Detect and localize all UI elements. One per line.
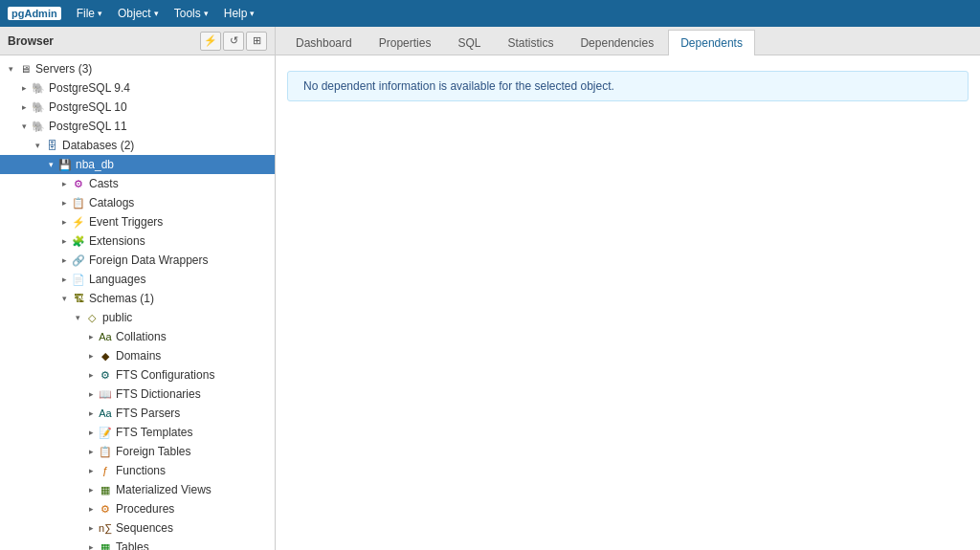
expand-arrow-event-triggers[interactable] [57, 215, 71, 229]
tree-node-pg11[interactable]: 🐘PostgreSQL 11 [0, 117, 275, 136]
node-label-fts-parsers: FTS Parsers [116, 407, 180, 420]
content-area: No dependent information is available fo… [276, 55, 980, 550]
file-menu-caret: ▾ [98, 9, 102, 18]
expand-arrow-domains[interactable] [84, 349, 98, 363]
expand-arrow-functions[interactable] [84, 464, 98, 477]
tree-node-public[interactable]: ◇public [0, 308, 275, 327]
tree-node-procedures[interactable]: ⚙Procedures [0, 499, 275, 518]
tree-node-catalogs[interactable]: 📋Catalogs [0, 193, 275, 212]
expand-arrow-schemas[interactable] [57, 292, 71, 305]
tree-node-fts-parsers[interactable]: AaFTS Parsers [0, 404, 275, 423]
expand-arrow-fts-parsers[interactable] [84, 407, 98, 420]
tree-node-fts-configs[interactable]: ⚙FTS Configurations [0, 365, 275, 385]
tree-node-nba_db[interactable]: 💾nba_db [0, 155, 275, 174]
tree-node-servers[interactable]: 🖥Servers (3) [0, 59, 275, 78]
tree-node-mat-views[interactable]: ▦Materialized Views [0, 480, 275, 499]
expand-arrow-nba_db[interactable] [44, 158, 57, 171]
tree-node-languages[interactable]: 📄Languages [0, 270, 275, 289]
expand-arrow-pg94[interactable] [17, 81, 31, 95]
object-menu-caret: ▾ [154, 9, 159, 18]
refresh-button[interactable]: ⚡ [200, 32, 221, 51]
node-icon-domains: ◆ [98, 348, 113, 363]
expand-arrow-extensions[interactable] [57, 234, 71, 248]
node-label-catalogs: Catalogs [89, 196, 134, 209]
tree-node-functions[interactable]: ƒFunctions [0, 461, 275, 480]
tab-properties[interactable]: Properties [367, 30, 444, 55]
pgadmin-logo: pgAdmin [8, 7, 61, 20]
tree-node-sequences[interactable]: n∑Sequences [0, 518, 275, 538]
expand-arrow-fts-templates[interactable] [84, 426, 98, 439]
expand-arrow-foreign-data-wrappers[interactable] [57, 253, 71, 267]
node-label-extensions: Extensions [89, 234, 145, 248]
node-icon-fts-parsers: Aa [98, 406, 113, 421]
node-icon-foreign-data-wrappers: 🔗 [71, 253, 86, 268]
expand-arrow-pg11[interactable] [17, 120, 31, 133]
tree-node-schemas[interactable]: 🏗Schemas (1) [0, 289, 275, 308]
reload-button[interactable]: ↺ [223, 32, 244, 51]
tree-node-foreign-data-wrappers[interactable]: 🔗Foreign Data Wrappers [0, 251, 275, 270]
node-label-schemas: Schemas (1) [89, 292, 154, 305]
tab-dashboard[interactable]: Dashboard [283, 30, 365, 55]
tab-statistics[interactable]: Statistics [495, 30, 566, 55]
tree-node-pg10[interactable]: 🐘PostgreSQL 10 [0, 98, 275, 117]
expand-arrow-tables[interactable] [84, 540, 98, 550]
expand-arrow-foreign-tables[interactable] [84, 445, 98, 458]
expand-arrow-collations[interactable] [84, 330, 98, 343]
tree-node-collations[interactable]: AaCollations [0, 327, 275, 346]
expand-arrow-servers[interactable] [4, 62, 17, 76]
help-menu[interactable]: Help ▾ [216, 3, 263, 24]
tree-node-fts-templates[interactable]: 📝FTS Templates [0, 423, 275, 442]
tab-sql[interactable]: SQL [445, 30, 493, 55]
tree-node-fts-dicts[interactable]: 📖FTS Dictionaries [0, 385, 275, 404]
tree-node-casts[interactable]: ⚙Casts [0, 174, 275, 193]
expand-arrow-languages[interactable] [57, 273, 71, 286]
object-menu[interactable]: Object ▾ [110, 3, 167, 24]
node-label-mat-views: Materialized Views [116, 483, 212, 496]
tree-node-domains[interactable]: ◆Domains [0, 346, 275, 365]
node-label-languages: Languages [89, 273, 145, 286]
browser-title: Browser [8, 34, 54, 48]
node-icon-procedures: ⚙ [98, 501, 113, 517]
node-icon-catalogs: 📋 [71, 195, 86, 210]
expand-arrow-public[interactable] [71, 311, 84, 324]
node-label-nba_db: nba_db [76, 158, 114, 171]
tree-node-event-triggers[interactable]: ⚡Event Triggers [0, 212, 275, 231]
node-icon-fts-configs: ⚙ [98, 367, 113, 383]
node-label-fts-configs: FTS Configurations [116, 368, 214, 382]
tab-dependencies[interactable]: Dependencies [568, 30, 666, 55]
node-label-sequences: Sequences [116, 521, 173, 535]
expand-arrow-databases[interactable] [31, 139, 44, 152]
expand-arrow-procedures[interactable] [84, 502, 98, 516]
node-label-servers: Servers (3) [35, 62, 92, 76]
node-label-public: public [102, 311, 132, 324]
tab-dependents[interactable]: Dependents [668, 30, 755, 55]
tree-node-databases[interactable]: 🗄Databases (2) [0, 136, 275, 155]
tools-menu-caret: ▾ [204, 9, 209, 18]
main-container: Browser ⚡ ↺ ⊞ 🖥Servers (3)🐘PostgreSQL 9.… [0, 27, 980, 550]
tree-node-foreign-tables[interactable]: 📋Foreign Tables [0, 442, 275, 461]
expand-arrow-fts-configs[interactable] [84, 368, 98, 382]
tree-container[interactable]: 🖥Servers (3)🐘PostgreSQL 9.4🐘PostgreSQL 1… [0, 55, 275, 550]
expand-arrow-sequences[interactable] [84, 521, 98, 535]
expand-arrow-pg10[interactable] [17, 100, 31, 114]
tools-menu[interactable]: Tools ▾ [167, 3, 216, 24]
expand-arrow-mat-views[interactable] [84, 483, 98, 496]
tree-node-pg94[interactable]: 🐘PostgreSQL 9.4 [0, 78, 275, 98]
expand-arrow-casts[interactable] [57, 177, 71, 190]
browser-toolbar: ⚡ ↺ ⊞ [200, 32, 267, 51]
expand-arrow-catalogs[interactable] [57, 196, 71, 209]
tree-node-tables[interactable]: ▦Tables [0, 538, 275, 550]
node-label-foreign-tables: Foreign Tables [116, 445, 191, 458]
node-icon-casts: ⚙ [71, 176, 86, 191]
node-icon-databases: 🗄 [44, 138, 59, 153]
node-label-event-triggers: Event Triggers [89, 215, 163, 229]
expand-arrow-fts-dicts[interactable] [84, 387, 98, 401]
filter-button[interactable]: ⊞ [246, 32, 267, 51]
file-menu[interactable]: File ▾ [69, 3, 110, 24]
node-icon-pg94: 🐘 [31, 80, 46, 96]
menu-bar: pgAdmin File ▾ Object ▾ Tools ▾ Help ▾ [0, 0, 980, 27]
node-label-fts-templates: FTS Templates [116, 426, 192, 439]
tabs-bar: DashboardPropertiesSQLStatisticsDependen… [276, 27, 980, 55]
node-label-domains: Domains [116, 349, 161, 363]
tree-node-extensions[interactable]: 🧩Extensions [0, 231, 275, 251]
